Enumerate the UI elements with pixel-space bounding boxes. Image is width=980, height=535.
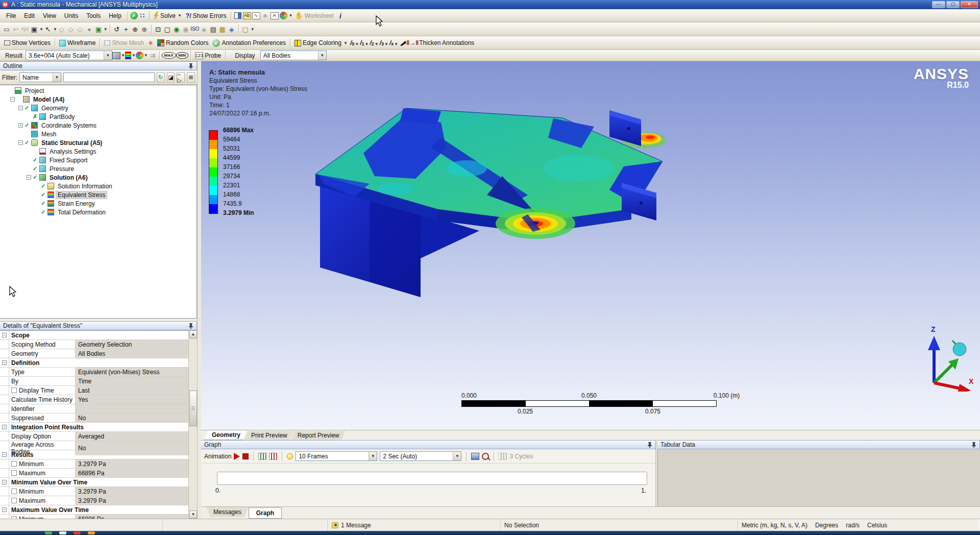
filter-search-input[interactable]	[63, 72, 155, 82]
details-row-minimum[interactable]: Minimum3.2979 Pa	[0, 487, 188, 496]
display-combo[interactable]: All Bodies▼	[260, 51, 327, 60]
previous-selection-icon[interactable]: ↩	[11, 25, 20, 34]
taskbar-icon[interactable]	[45, 531, 52, 534]
eraser-icon[interactable]: ◪	[167, 72, 175, 83]
details-row-geometry[interactable]: GeometryAll Bodies	[0, 349, 188, 358]
stop-icon[interactable]	[242, 453, 249, 459]
details-value[interactable]: Geometry Selection	[76, 340, 188, 349]
iso-view-icon[interactable]: ISO	[190, 25, 200, 34]
details-value[interactable]: Last	[76, 386, 188, 395]
tree-expander-icon[interactable]: −	[18, 140, 23, 145]
taskbar-icon[interactable]	[74, 531, 81, 534]
menu-help[interactable]: Help	[105, 11, 126, 20]
orientation-triad[interactable]: Z X	[914, 323, 975, 392]
result-sets-icon[interactable]	[258, 453, 266, 460]
max-probe-button[interactable]: MAX	[162, 52, 176, 59]
collapse-icon[interactable]: −	[2, 507, 7, 512]
tree-item-mesh[interactable]: Mesh	[0, 130, 197, 138]
magnifier-forward-icon[interactable]: ◉	[181, 25, 190, 34]
collapse-icon[interactable]: −	[2, 333, 7, 337]
body-filter-icon[interactable]: ●	[85, 25, 94, 34]
coordinates-icon[interactable]: xyz	[20, 25, 30, 34]
refresh-icon[interactable]: ↻	[157, 72, 165, 83]
expand-tree-icon[interactable]: –▷	[177, 72, 185, 83]
details-value[interactable]: No	[76, 414, 188, 422]
details-value[interactable]: Averaged	[76, 432, 188, 441]
details-row-maximum[interactable]: Maximum66896 Pa	[0, 469, 188, 478]
zoom-graph-icon[interactable]	[482, 453, 489, 460]
collapse-icon[interactable]: −	[2, 480, 7, 484]
scroll-thumb[interactable]	[189, 391, 197, 426]
message-status[interactable]: 1 Message	[328, 519, 500, 531]
edge-pen-0-button[interactable]: /0▼	[350, 39, 359, 46]
filter-type-combo[interactable]: Name▼	[19, 72, 61, 82]
details-row-display-time[interactable]: Display TimeLast	[0, 386, 188, 395]
zoom-in-icon[interactable]: ⊕	[140, 25, 149, 34]
details-row-average-across-bodies[interactable]: Average Across BodiesNo	[0, 441, 188, 450]
details-row-maximum[interactable]: Maximum3.2979 Pa	[0, 496, 188, 505]
contour-bands-icon[interactable]	[125, 52, 131, 59]
random-colors-button[interactable]: Random Colors	[155, 39, 210, 47]
tree-item-fixed-support[interactable]: ✓Fixed Support	[0, 156, 197, 164]
tree-item-partbody[interactable]: ✗PartBody	[0, 112, 197, 121]
details-scrollbar[interactable]: ▲ ▼	[188, 330, 197, 519]
result-scale-combo[interactable]: 3.6e+004 (Auto Scale)▼	[26, 51, 112, 60]
update-contours-icon[interactable]	[287, 453, 293, 459]
thicken-annotations-button[interactable]: Thicken Annotations	[417, 39, 476, 47]
details-value[interactable]: 66896 Pa	[76, 515, 188, 519]
edge-filter-icon[interactable]: ◇	[66, 25, 76, 34]
expand-all-icon[interactable]: ⊞	[187, 72, 195, 83]
vertex-filter-icon[interactable]: ◇	[57, 25, 66, 34]
new-chart-icon[interactable]: ∿	[252, 11, 261, 20]
details-value[interactable]: 66896 Pa	[76, 469, 188, 477]
details-value[interactable]: 3.2979 Pa	[76, 459, 188, 468]
duration-combo[interactable]: 2 Sec (Auto)▼	[380, 451, 461, 461]
tree-item-equivalent-stress[interactable]: ✓Equivalent Stress	[0, 190, 197, 199]
interrupt-icon[interactable]: ∷	[138, 11, 147, 20]
taskbar-icon[interactable]	[59, 531, 66, 534]
zoom-icon[interactable]: ⊕	[131, 25, 140, 34]
tree-item-project[interactable]: Project	[0, 86, 197, 95]
magnifier-back-icon[interactable]: ◉	[172, 25, 181, 34]
tags-icon[interactable]: ▦	[218, 25, 227, 34]
collapse-icon[interactable]: −	[2, 425, 7, 429]
details-value[interactable]: All Bodies	[76, 349, 188, 358]
swatch-icon[interactable]: ▢	[241, 25, 250, 34]
tree-item-coordinate-systems[interactable]: +✓Coordinate Systems	[0, 121, 197, 130]
tree-item-analysis-settings[interactable]: Analysis Settings	[0, 147, 197, 156]
windows-taskbar[interactable]	[0, 531, 980, 535]
menu-view[interactable]: View	[39, 11, 60, 20]
smooth-contour-icon[interactable]	[136, 52, 143, 59]
details-row-suppressed[interactable]: SuppressedNo	[0, 414, 188, 423]
export-video-icon[interactable]	[471, 453, 479, 460]
checkbox[interactable]	[11, 489, 17, 494]
edge-pen-x-button[interactable]: /x▼	[389, 39, 398, 46]
close-button[interactable]: ✕	[961, 1, 978, 8]
panel-splitter[interactable]	[197, 61, 201, 519]
checkbox[interactable]	[11, 461, 17, 467]
checkbox[interactable]	[11, 387, 17, 393]
tree-item-total-deformation[interactable]: ✓Total Deformation	[0, 208, 197, 216]
wireframe-button[interactable]: Wireframe	[57, 39, 97, 47]
look-at-icon[interactable]: ◈	[200, 25, 209, 34]
extend-selection-icon[interactable]: ▣	[94, 25, 103, 34]
edge-pen-2-button[interactable]: /2▼	[370, 39, 378, 46]
pin-icon[interactable]	[647, 442, 652, 448]
animation-timeline[interactable]	[217, 472, 647, 485]
tree-expander-icon[interactable]: −	[10, 97, 15, 102]
scroll-down-icon[interactable]: ▼	[189, 510, 197, 519]
solve-button[interactable]: Solve▼	[152, 11, 184, 20]
geometry-viewport[interactable]: A: Static mensulaEquivalent StressType: …	[201, 61, 980, 430]
play-icon[interactable]	[234, 453, 240, 460]
details-row-calculate-time-history[interactable]: Calculate Time HistoryYes	[0, 395, 188, 404]
tree-item-static-structural-a5-[interactable]: −✓Static Structural (A5)	[0, 138, 197, 147]
tree-item-solution-information[interactable]: ✓Solution Information	[0, 182, 197, 190]
details-value[interactable]: Yes	[76, 395, 188, 404]
box-zoom-icon[interactable]: ⊡	[154, 25, 163, 34]
tab-messages[interactable]: Messages	[206, 507, 249, 517]
menu-file[interactable]: File	[2, 11, 20, 20]
select-type-icon[interactable]: ▣	[30, 25, 39, 34]
tab-print-preview[interactable]: Print Preview	[244, 431, 293, 440]
collapse-icon[interactable]: −	[2, 452, 7, 457]
scroll-up-icon[interactable]: ▲	[189, 330, 197, 338]
